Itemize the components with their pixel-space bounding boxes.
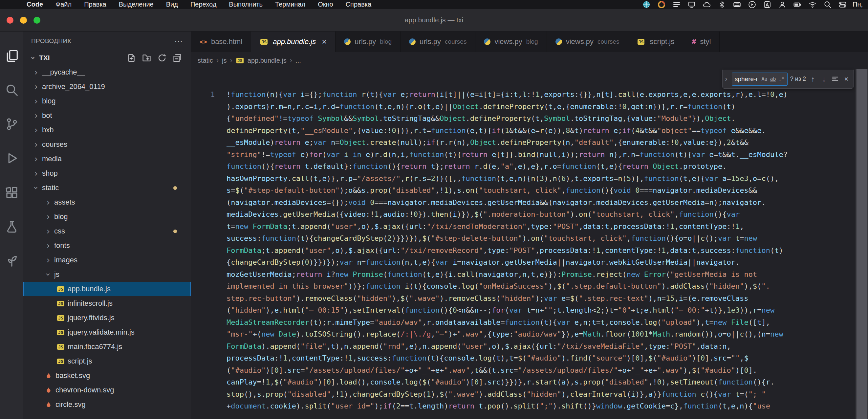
more-actions-icon[interactable]: ⋯ [174,39,183,43]
code-line[interactable]: canPlay=!1,$("#audio")[0].load(),console… [191,376,868,388]
bluetooth-icon[interactable] [718,0,726,8]
scrollbar-thumb[interactable] [857,69,867,419]
tree-folder[interactable]: ›images [23,253,191,267]
display-icon[interactable] [687,0,696,8]
code-line[interactable]: MediaStreamRecorder(t);r.mimeType="audio… [191,317,868,329]
search-icon[interactable] [0,73,23,107]
breadcrumb-item[interactable]: static [198,57,213,64]
menu-item[interactable]: Файл [49,0,78,9]
plant-icon[interactable] [0,244,23,278]
tree-folder[interactable]: ›media [23,152,191,166]
explorer-root-folder[interactable]: › TXI [23,51,191,65]
tree-folder[interactable]: ›js [23,267,191,282]
menu-item[interactable]: Правка [78,0,113,9]
tab-views-py[interactable]: views.pycourses [547,32,628,52]
tree-folder[interactable]: ›blog [23,94,191,108]
regex-toggle[interactable]: .* [777,76,786,82]
keyboard-icon[interactable] [733,0,741,8]
tree-folder[interactable]: ›bxb [23,123,191,137]
toggle-replace-chevron-icon[interactable]: › [723,75,729,83]
code-line[interactable]: "msr-"+(new Date).toISOString().replace(… [191,328,868,340]
menu-item[interactable]: Справка [339,0,377,9]
source-control-icon[interactable] [0,107,23,141]
zoom-button[interactable] [33,17,40,24]
code-line[interactable]: {changeCardByStep(0)}})});var n=function… [191,257,868,269]
tree-folder[interactable]: ›static [23,181,191,195]
menu-item[interactable]: Переход [184,0,223,9]
user-icon[interactable] [778,0,786,8]
tree-file[interactable]: JSmain.fbca6774.js [23,339,191,354]
code-line[interactable]: mozGetUserMedia;return i?new Promise(fun… [191,269,868,281]
tree-folder[interactable]: ›assets [23,195,191,210]
code-line[interactable]: t=new FormData;t.append("user",o),$.ajax… [191,221,868,233]
menu-item[interactable]: Окно [312,0,339,9]
tree-folder[interactable]: ›courses [23,137,191,152]
code-line[interactable]: (navigator.mediaDevices={});void 0===nav… [191,197,868,209]
code-line[interactable]: __esModule)return e;var n=Object.create(… [191,137,868,149]
code-editor[interactable]: 1!function(n){var i={};function r(t){var… [191,69,868,419]
swirl-icon[interactable] [657,0,665,8]
tree-file[interactable]: basket.svg [23,368,191,383]
control-center-icon[interactable] [838,0,847,8]
tree-file[interactable]: JSscript.js [23,354,191,368]
tab-views-py[interactable]: views.pyblog [475,32,547,52]
explorer-icon[interactable] [0,39,23,73]
tree-folder[interactable]: ›css [23,224,191,238]
tree-folder[interactable]: ›blog [23,210,191,224]
new-file-icon[interactable] [126,53,136,63]
tree-folder[interactable]: ›archive_2064_0119 [23,80,191,94]
run-debug-icon[interactable] [0,141,23,175]
editor-scrollbar[interactable] [856,69,868,419]
menu-item[interactable]: Выделение [113,0,160,9]
code-line[interactable]: stop(),s.prop("disabled",!1),changeCardB… [191,388,868,400]
code-line[interactable]: processData:!1,contentType:!1,success:fu… [191,352,868,364]
battery-icon[interactable] [793,0,801,8]
menu-item[interactable]: Терминал [269,0,312,9]
close-button[interactable] [6,17,13,24]
tree-file[interactable]: JSapp.bundle.js [23,282,191,296]
match-case-toggle[interactable]: Aa [760,76,769,82]
tab-urls-py[interactable]: urls.pyblog [336,32,401,52]
refresh-icon[interactable] [157,53,167,63]
tree-file[interactable]: JSinfinitescroll.js [23,296,191,311]
tree-folder[interactable]: ›__pycache__ [23,65,191,80]
menu-item[interactable]: Выполнить [223,0,269,9]
tab-urls-py[interactable]: urls.pycourses [401,32,475,52]
tree-folder[interactable]: ›fonts [23,238,191,253]
whole-word-toggle[interactable]: ab [769,76,777,82]
close-find-icon[interactable]: × [842,75,850,83]
tree-file[interactable]: chevron-down.svg [23,383,191,397]
breadcrumb-item[interactable]: js [222,57,226,64]
testing-icon[interactable] [0,210,23,244]
code-line[interactable]: FormData;t.append("user",o),$.ajax({url:… [191,245,868,257]
code-line[interactable]: FormData).append("file",t),n.append("rnd… [191,340,868,353]
menu-item[interactable]: Code [20,0,49,9]
tree-file[interactable]: JSjquery.validate.min.js [23,325,191,339]
collapse-all-icon[interactable] [173,53,182,63]
wifi-icon[interactable] [808,0,816,8]
code-line[interactable]: mediaDevices.getUserMedia({video:!1,audi… [191,209,868,221]
close-icon[interactable]: × [322,37,327,47]
cloud-icon[interactable] [703,0,711,8]
code-line[interactable]: hasOwnProperty.call(t,e)},r.p="/assets/"… [191,173,868,185]
tab-styl[interactable]: #styl [683,32,720,52]
input-source-icon[interactable] [763,0,771,8]
breadcrumb-item[interactable]: JSapp.bundle.js [236,57,287,64]
globe-icon[interactable] [642,0,650,8]
code-line[interactable]: step.rec-button").removeClass("hidden"),… [191,293,868,305]
tree-file[interactable]: JSjquery.fitvids.js [23,311,191,325]
code-line[interactable]: implemented in this browser"))};function… [191,280,868,293]
tree-folder[interactable]: ›bot [23,108,191,123]
search-icon[interactable] [823,0,832,8]
find-in-selection-icon[interactable] [831,76,839,83]
new-folder-icon[interactable] [142,53,151,63]
code-line[interactable]: "string"!=typeof e)for(var i in e)r.d(n,… [191,149,868,161]
tab-app-bundle-js[interactable]: JSapp.bundle.js× [251,32,336,52]
play-icon[interactable] [748,0,756,8]
previous-match-icon[interactable]: ↑ [809,75,817,83]
code-line[interactable]: 1!function(n){var i={};function r(t){var… [191,89,868,101]
minimize-button[interactable] [20,17,27,24]
menu-item[interactable]: Вид [160,0,184,9]
extensions-icon[interactable] [0,175,23,210]
code-line[interactable]: defineProperty(t,"__esModule",{value:!0}… [191,125,868,137]
